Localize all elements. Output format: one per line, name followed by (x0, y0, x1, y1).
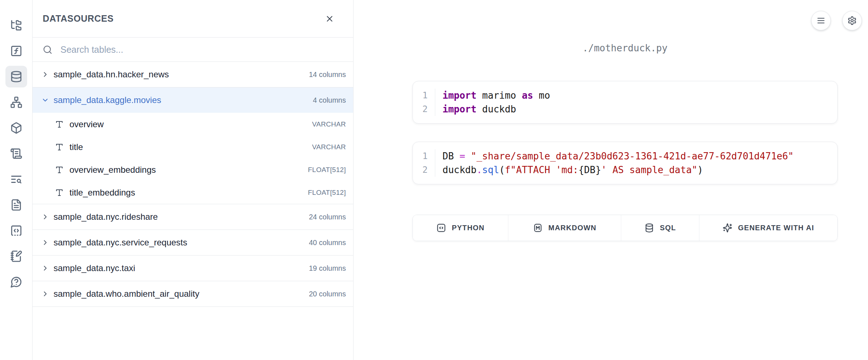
column-type: FLOAT[512] (308, 189, 346, 197)
menu-icon (816, 16, 826, 25)
column-row[interactable]: titleVARCHAR (33, 136, 353, 158)
column-type-icon (55, 188, 64, 197)
column-row[interactable]: title_embeddingsFLOAT[512] (33, 181, 353, 204)
column-type-icon (55, 166, 64, 174)
network-icon (10, 96, 22, 108)
text-search-icon (10, 173, 22, 185)
close-panel-button[interactable] (323, 13, 336, 25)
code-line: DB = "_share/sample_data/23b0d623-1361-4… (443, 149, 794, 163)
line-number: 1 (413, 89, 435, 102)
sparkles-icon (723, 223, 732, 233)
table-group: sample_data.nyc.rideshare24 columns (33, 204, 353, 230)
datasources-panel-header: DATASOURCES (33, 0, 353, 38)
add-cell-label: SQL (660, 224, 676, 232)
column-type-icon (55, 120, 64, 129)
generate-with-ai-button[interactable]: GENERATE WITH AI (699, 215, 837, 241)
column-row[interactable]: overview_embeddingsFLOAT[512] (33, 158, 353, 181)
column-name: overview (69, 119, 104, 129)
sidebar-item-file-explorer[interactable] (5, 14, 27, 36)
table-column-count: 40 columns (309, 239, 346, 247)
table-row[interactable]: sample_data.kaggle.movies4 columns (33, 87, 353, 113)
message-circle-question-icon (10, 276, 22, 288)
column-name: overview_embeddings (69, 165, 156, 175)
chevron-right-icon (41, 70, 49, 78)
table-row[interactable]: sample_data.nyc.rideshare24 columns (33, 204, 353, 230)
sidebar-item-snippets[interactable] (5, 220, 27, 241)
add-cell-label: MARKDOWN (549, 224, 597, 232)
table-row[interactable]: sample_data.nyc.taxi19 columns (33, 256, 353, 281)
column-name: title (69, 142, 83, 152)
table-group: sample_data.kaggle.movies4 columnsovervi… (33, 87, 353, 204)
square-code-icon (436, 223, 446, 233)
code-cell[interactable]: 1DB = "_share/sample_data/23b0d623-1361-… (412, 142, 838, 184)
notebook-pen-icon (10, 250, 22, 262)
box-icon (10, 122, 22, 134)
table-name: sample_data.kaggle.movies (54, 95, 161, 105)
table-column-count: 20 columns (309, 290, 346, 298)
settings-button[interactable] (842, 11, 862, 30)
table-row[interactable]: sample_data.who.ambient_air_quality20 co… (33, 281, 353, 307)
database-icon (644, 223, 654, 233)
scroll-text-icon (10, 147, 22, 160)
chevron-right-icon (41, 239, 49, 247)
sidebar-item-help[interactable] (5, 271, 27, 293)
column-type: VARCHAR (312, 120, 346, 128)
code-editor: 1DB = "_share/sample_data/23b0d623-1361-… (413, 149, 837, 177)
search-icon (43, 45, 52, 55)
square-code-icon (10, 224, 22, 237)
add-sql-cell-button[interactable]: SQL (621, 215, 699, 241)
sidebar-item-variables[interactable] (5, 40, 27, 62)
table-row[interactable]: sample_data.hn.hacker_news14 columns (33, 62, 353, 87)
code-line: duckdb.sql(f"ATTACH 'md:{DB}' AS sample_… (443, 163, 703, 177)
code-editor: 1import marimo as mo2import duckdb (413, 89, 837, 116)
add-cell-bar: PYTHON MARKDOWN SQL GENERATE WITH AI (412, 215, 838, 241)
add-python-cell-button[interactable]: PYTHON (413, 215, 508, 241)
chevron-down-icon (41, 96, 49, 104)
sidebar-item-dependencies[interactable] (5, 91, 27, 113)
table-column-count: 24 columns (309, 213, 346, 221)
table-group: sample_data.hn.hacker_news14 columns (33, 62, 353, 87)
sidebar-item-scratchpad[interactable] (5, 245, 27, 267)
table-name: sample_data.nyc.service_requests (54, 237, 187, 248)
column-row[interactable]: overviewVARCHAR (33, 113, 353, 136)
line-number: 2 (413, 102, 435, 116)
table-name: sample_data.nyc.rideshare (54, 212, 158, 222)
column-name: title_embeddings (69, 188, 135, 198)
top-actions (811, 11, 862, 30)
function-square-icon (10, 45, 22, 57)
table-search-row (33, 38, 353, 62)
notebook-main: ./motherduck.py 1import marimo as mo2imp… (353, 0, 868, 360)
sidebar-item-logs[interactable] (5, 168, 27, 190)
table-group: sample_data.who.ambient_air_quality20 co… (33, 281, 353, 307)
close-icon (325, 14, 334, 23)
code-line: import marimo as mo (443, 89, 550, 102)
table-name: sample_data.who.ambient_air_quality (54, 289, 199, 299)
chevron-right-icon (41, 213, 49, 221)
square-m-icon (533, 223, 543, 233)
add-markdown-cell-button[interactable]: MARKDOWN (508, 215, 621, 241)
code-cell[interactable]: 1import marimo as mo2import duckdb (412, 81, 838, 124)
table-name: sample_data.hn.hacker_news (54, 69, 169, 80)
chevron-right-icon (41, 290, 49, 298)
search-input[interactable] (60, 44, 343, 55)
gear-icon (847, 16, 857, 25)
add-cell-label: PYTHON (452, 224, 485, 232)
sidebar-item-packages[interactable] (5, 117, 27, 139)
datasources-panel: DATASOURCES sample_data.hn.hacker_news14… (33, 0, 353, 360)
sidebar-item-datasources[interactable] (5, 66, 27, 87)
table-row[interactable]: sample_data.nyc.service_requests40 colum… (33, 230, 353, 255)
table-column-count: 4 columns (313, 96, 346, 104)
notebook-filename[interactable]: ./motherduck.py (412, 43, 838, 53)
file-text-icon (10, 199, 22, 211)
column-type: FLOAT[512] (308, 166, 346, 174)
line-number: 1 (413, 149, 435, 163)
notebook-menu-button[interactable] (811, 11, 831, 30)
table-column-count: 14 columns (309, 70, 346, 79)
add-cell-label: GENERATE WITH AI (738, 224, 814, 232)
helper-panel-rail (0, 0, 33, 360)
sidebar-item-documentation[interactable] (5, 194, 27, 216)
panel-title: DATASOURCES (43, 13, 114, 24)
sidebar-item-outline[interactable] (5, 143, 27, 164)
notebook-content: ./motherduck.py 1import marimo as mo2imp… (412, 0, 838, 241)
line-number: 2 (413, 163, 435, 177)
